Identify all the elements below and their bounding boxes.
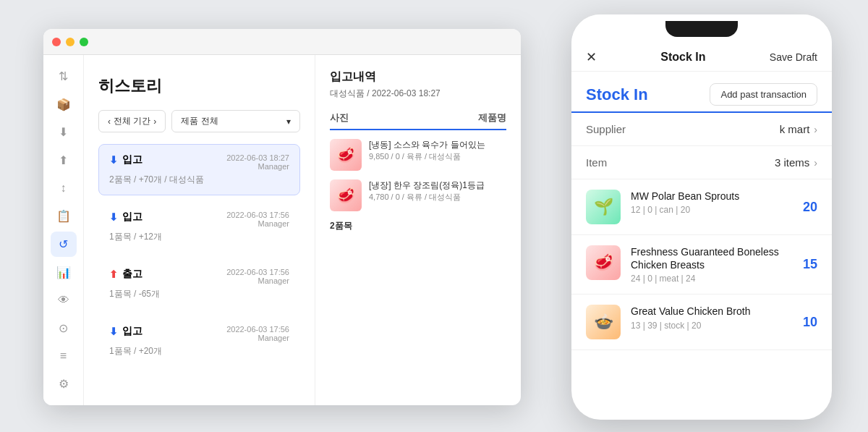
supplier-value: k mart	[780, 123, 810, 135]
phone-container: ✕ Stock In Save Draft Stock In Add past …	[571, 14, 832, 420]
history-item-label: 입고	[122, 211, 142, 224]
item-label: Item	[586, 156, 607, 169]
item-thumbnail: 🥩	[330, 179, 362, 211]
titlebar	[43, 29, 521, 55]
item-sub: 9,850 / 0 / 육류 / 대성식품	[369, 151, 485, 162]
save-draft-button[interactable]: Save Draft	[770, 51, 817, 63]
chevron-right-icon: ›	[814, 124, 817, 135]
item-name: MW Polar Bean Sprouts	[631, 190, 793, 203]
item-name: Freshness Guaranteed Boneless Chicken Br…	[631, 245, 793, 271]
history-item-sub: 2품목 / +70개 / 대성식품	[109, 174, 289, 186]
history-title: 히스토리	[98, 75, 300, 97]
desktop-window: ⇅ 📦 ⬇ ⬆ ↕ 📋 ↺ 📊 👁 ⊙ ≡ ⚙ 히스토리 ‹ 전체 기간	[43, 29, 521, 405]
sidebar-icon-collapse[interactable]: ⇅	[51, 64, 77, 89]
history-item[interactable]: ⬇ 입고 2022-06-03 17:56 Manager 1품목 / +12개	[98, 201, 300, 253]
history-panel: 히스토리 ‹ 전체 기간 › 제품 전체 ▾	[84, 55, 315, 405]
history-item-by: Manager	[226, 162, 289, 171]
add-past-transaction-button[interactable]: Add past transaction	[710, 83, 817, 106]
phone-item-row: 🥩 Freshness Guaranteed Boneless Chicken …	[571, 235, 832, 295]
sidebar-icon-inventory[interactable]: 📦	[51, 92, 77, 117]
phone-notch	[665, 21, 738, 37]
phone-nav: ✕ Stock In Save Draft	[571, 43, 832, 72]
item-sub: 12 | 0 | can | 20	[631, 205, 793, 215]
period-label: 전체 기간	[114, 115, 150, 127]
detail-subtitle: 대성식품 / 2022-06-03 18:27	[330, 88, 506, 100]
col-photo-label: 사진	[330, 111, 349, 124]
maximize-button[interactable]	[80, 38, 88, 46]
phone-item-row: 🌱 MW Polar Bean Sprouts 12 | 0 | can | 2…	[571, 179, 832, 235]
item-qty: 10	[803, 315, 817, 330]
detail-title: 입고내역	[330, 69, 506, 85]
history-item-label: 출고	[122, 268, 142, 281]
sidebar-icon-circle[interactable]: ⊙	[51, 315, 77, 341]
detail-item: 🥩 [냉동] 소스와 육수가 들어있는 9,850 / 0 / 육류 / 대성식…	[330, 139, 506, 171]
history-item-sub: 1품목 / +20개	[109, 345, 289, 357]
item-sub: 4,780 / 0 / 육류 / 대성식품	[369, 192, 485, 203]
item-sub: 24 | 0 | meat | 24	[631, 274, 793, 284]
items-count: 2품목	[330, 220, 506, 232]
item-sub: 13 | 39 | stock | 20	[631, 321, 793, 331]
history-item-label: 입고	[122, 153, 142, 166]
filter-row: ‹ 전체 기간 › 제품 전체 ▾	[98, 110, 300, 132]
close-button[interactable]	[52, 38, 61, 46]
detail-col-header: 사진 제품명	[330, 111, 506, 130]
item-name: [냉동] 소스와 육수가 들어있는	[369, 139, 485, 151]
chevron-down-icon: ▾	[286, 117, 291, 127]
history-item-date: 2022-06-03 17:56	[226, 325, 289, 334]
item-thumbnail: 🍲	[586, 305, 621, 339]
history-item[interactable]: ⬆ 출고 2022-06-03 17:56 Manager 1품목 / -65개	[98, 258, 300, 310]
detail-panel: 입고내역 대성식품 / 2022-06-03 18:27 사진 제품명 🥩 [냉…	[315, 55, 521, 405]
close-icon[interactable]: ✕	[586, 49, 597, 65]
history-item-date: 2022-06-03 17:56	[226, 268, 289, 276]
history-item-label: 입고	[122, 325, 142, 338]
phone-nav-title: Stock In	[660, 51, 705, 64]
history-item-by: Manager	[226, 276, 289, 285]
phone-notch-area	[571, 14, 832, 43]
phone-body: Stock In Add past transaction Supplier k…	[571, 72, 832, 420]
supplier-row[interactable]: Supplier k mart ›	[571, 113, 832, 146]
sidebar: ⇅ 📦 ⬇ ⬆ ↕ 📋 ↺ 📊 👁 ⊙ ≡ ⚙	[43, 55, 84, 405]
item-qty: 20	[803, 200, 817, 215]
stock-in-icon: ⬇	[109, 326, 118, 337]
main-content: 히스토리 ‹ 전체 기간 › 제품 전체 ▾	[84, 55, 521, 405]
sidebar-icon-settings[interactable]: ⚙	[51, 371, 77, 397]
history-item-date: 2022-06-03 17:56	[226, 211, 289, 219]
phone-header: Stock In Add past transaction	[571, 72, 832, 113]
item-row[interactable]: Item 3 items ›	[571, 146, 832, 179]
prev-arrow-icon[interactable]: ‹	[108, 117, 111, 127]
next-arrow-icon[interactable]: ›	[153, 117, 156, 127]
chevron-right-icon: ›	[814, 157, 817, 169]
sidebar-icon-history[interactable]: ↺	[51, 232, 77, 257]
stock-in-title: Stock In	[586, 85, 648, 104]
minimize-button[interactable]	[66, 38, 75, 46]
item-qty: 15	[803, 257, 817, 272]
history-item-date: 2022-06-03 18:27	[226, 153, 289, 162]
sidebar-icon-chart[interactable]: 📊	[51, 260, 77, 285]
stock-out-icon: ⬆	[109, 268, 118, 280]
history-item-by: Manager	[226, 334, 289, 342]
sidebar-icon-menu[interactable]: ≡	[51, 344, 77, 369]
history-item[interactable]: ⬇ 입고 2022-06-03 18:27 Manager 2품목 / +70개…	[98, 144, 300, 195]
sidebar-icon-list[interactable]: 📋	[51, 203, 77, 229]
supplier-label: Supplier	[586, 123, 626, 135]
item-thumbnail: 🌱	[586, 190, 621, 224]
stock-in-icon: ⬇	[109, 154, 118, 166]
sidebar-icon-upload[interactable]: ⬆	[51, 148, 77, 173]
history-item-sub: 1품목 / +12개	[109, 231, 289, 243]
sidebar-icon-view[interactable]: 👁	[51, 287, 77, 313]
history-item-by: Manager	[226, 219, 289, 228]
history-item[interactable]: ⬇ 입고 2022-06-03 17:56 Manager 1품목 / +20개	[98, 315, 300, 367]
phone-item-row: 🍲 Great Value Chicken Broth 13 | 39 | st…	[571, 295, 832, 350]
period-filter[interactable]: ‹ 전체 기간 ›	[98, 110, 166, 132]
product-filter-label: 제품 전체	[181, 115, 218, 127]
history-item-sub: 1품목 / -65개	[109, 288, 289, 300]
sidebar-icon-transfer[interactable]: ↕	[51, 176, 77, 201]
detail-item: 🥩 [냉장] 한우 장조림(정육)1등급 4,780 / 0 / 육류 / 대성…	[330, 179, 506, 211]
product-filter[interactable]: 제품 전체 ▾	[171, 110, 300, 132]
stock-in-icon: ⬇	[109, 211, 118, 223]
sidebar-icon-download[interactable]: ⬇	[51, 119, 77, 145]
item-thumbnail: 🥩	[586, 245, 621, 280]
item-name: Great Value Chicken Broth	[631, 305, 793, 318]
col-product-label: 제품명	[478, 111, 506, 124]
item-name: [냉장] 한우 장조림(정육)1등급	[369, 179, 485, 192]
